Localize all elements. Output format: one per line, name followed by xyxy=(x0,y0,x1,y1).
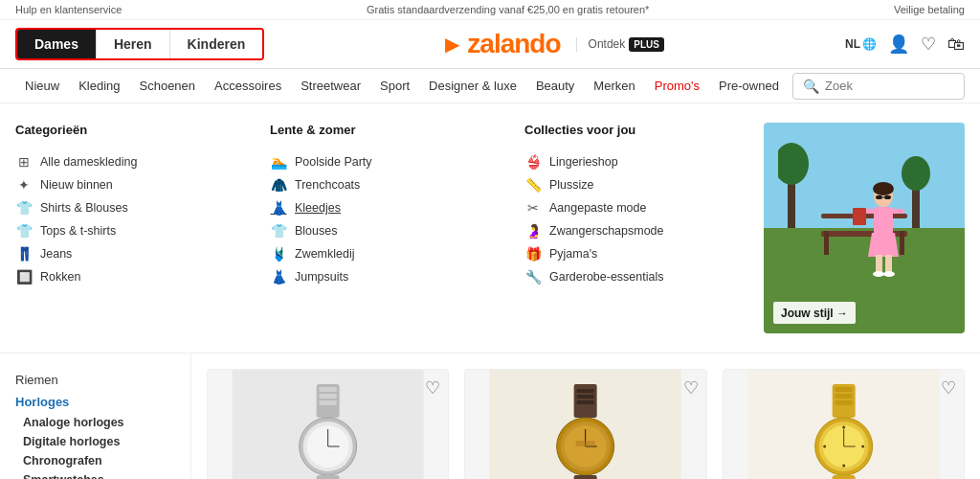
svg-rect-41 xyxy=(577,395,594,399)
svg-point-11 xyxy=(873,182,894,195)
col3-title: Collecties voor jou xyxy=(524,123,748,137)
tops-icon: 👕 xyxy=(15,223,33,239)
col3-plussize[interactable]: 📏 Plussize xyxy=(524,173,748,196)
tab-kinderen[interactable]: Kinderen xyxy=(170,30,263,58)
svg-point-63 xyxy=(842,426,845,429)
lente-zwem[interactable]: 🩱 Zwemkledij xyxy=(270,242,494,265)
logo-area: ▶ zalando xyxy=(445,29,560,59)
col3-zwanger[interactable]: 🤰 Zwangerschapsmode xyxy=(524,219,748,242)
header-icons: NL 🌐 👤 ♡ 🛍 xyxy=(845,34,965,55)
trench-icon: 🧥 xyxy=(270,177,287,193)
col3-pyjamas[interactable]: 🎁 Pyjama's xyxy=(524,242,748,265)
nav-streetwear[interactable]: Streetwear xyxy=(291,69,370,103)
sidebar: Riemen Horloges Analoge horloges Digital… xyxy=(0,354,191,479)
product-image-2 xyxy=(465,370,705,479)
nav-beauty[interactable]: Beauty xyxy=(526,69,584,103)
lente-blouses[interactable]: 👕 Blouses xyxy=(270,219,494,242)
svg-rect-17 xyxy=(876,255,882,274)
products-area: ♡ xyxy=(191,354,980,479)
ontdek-plus[interactable]: Ontdek PLUS xyxy=(576,37,664,52)
nav-preowned[interactable]: Pre-owned xyxy=(709,69,789,103)
lente-kleedjes[interactable]: 👗 Kleedjes xyxy=(270,196,494,219)
lingerie-icon: 👙 xyxy=(524,154,542,170)
cat-nieuw[interactable]: ✦ Nieuw binnen xyxy=(15,173,239,196)
svg-rect-55 xyxy=(835,387,852,392)
blouses-icon: 👕 xyxy=(270,223,287,239)
tab-heren[interactable]: Heren xyxy=(97,30,170,58)
nav-sport[interactable]: Sport xyxy=(370,69,419,103)
lente-poolside[interactable]: 🏊 Poolside Party xyxy=(270,150,494,173)
product-image-1 xyxy=(208,370,448,479)
col3-lingerie[interactable]: 👙 Lingerieshop xyxy=(524,150,748,173)
svg-rect-9 xyxy=(900,231,904,255)
nav-merken[interactable]: Merken xyxy=(584,69,644,103)
svg-rect-34 xyxy=(317,475,340,479)
wishlist-3[interactable]: ♡ xyxy=(941,377,956,399)
svg-rect-22 xyxy=(893,209,904,214)
bag-icon[interactable]: 🛍 xyxy=(947,34,965,55)
svg-rect-18 xyxy=(885,255,892,274)
nav-kleding[interactable]: Kleding xyxy=(69,69,129,103)
product-card-3[interactable]: ♡ xyxy=(723,369,965,479)
ontdek-label: Ontdek xyxy=(589,37,626,51)
search-input[interactable] xyxy=(825,79,954,93)
jumpsuits-icon: 👗 xyxy=(270,269,287,285)
svg-rect-13 xyxy=(884,195,891,199)
nav-schoenen[interactable]: Schoenen xyxy=(130,69,206,103)
svg-point-65 xyxy=(823,445,826,448)
col3-aangepaste[interactable]: ✂ Aangepaste mode xyxy=(524,196,748,219)
main-nav: Nieuw Kleding Schoenen Accessoires Stree… xyxy=(0,69,980,103)
nieuw-icon: ✦ xyxy=(15,177,33,193)
jouw-stijl-cta[interactable]: Jouw stijl → xyxy=(781,307,848,320)
sidebar-digitale[interactable]: Digitale horloges xyxy=(15,432,175,451)
nav-accessoires[interactable]: Accessoires xyxy=(205,69,291,103)
language-selector[interactable]: NL 🌐 xyxy=(845,37,877,51)
cat-rokken[interactable]: 🔲 Rokken xyxy=(15,265,239,288)
header: Dames Heren Kinderen ▶ zalando Ontdek PL… xyxy=(0,20,980,69)
logo-play-icon: ▶ xyxy=(445,33,459,56)
sidebar-riemen[interactable]: Riemen xyxy=(15,369,175,391)
product-card-1[interactable]: ♡ xyxy=(207,369,449,479)
cat-alle[interactable]: ⊞ Alle dameskleding xyxy=(15,150,239,173)
nav-nieuw[interactable]: Nieuw xyxy=(15,69,69,103)
svg-point-19 xyxy=(873,271,884,277)
search-box[interactable]: 🔍 xyxy=(792,73,965,100)
cat-jeans[interactable]: 👖 Jeans xyxy=(15,242,239,265)
logo-text[interactable]: zalando xyxy=(467,29,560,59)
sidebar-horloges[interactable]: Horloges xyxy=(15,391,175,413)
cat-shirts[interactable]: 👕 Shirts & Blouses xyxy=(15,196,239,219)
lang-label: NL xyxy=(845,37,860,51)
svg-rect-23 xyxy=(853,208,866,225)
col3-garderobe[interactable]: 🔧 Garderobe-essentials xyxy=(524,265,748,288)
plussize-icon: 📏 xyxy=(524,177,542,193)
wishlist-2[interactable]: ♡ xyxy=(683,377,699,399)
lente-jumpsuits[interactable]: 👗 Jumpsuits xyxy=(270,265,494,288)
top-bar: Hulp en klantenservice Gratis standaardv… xyxy=(0,0,980,20)
svg-rect-57 xyxy=(835,400,852,405)
svg-marker-16 xyxy=(868,233,899,257)
lente-trench[interactable]: 🧥 Trenchcoats xyxy=(270,173,494,196)
tab-dames[interactable]: Dames xyxy=(17,30,97,58)
user-icon[interactable]: 👤 xyxy=(888,34,909,55)
wishlist-1[interactable]: ♡ xyxy=(425,377,440,399)
svg-rect-27 xyxy=(320,394,337,399)
plus-badge: PLUS xyxy=(629,37,664,52)
sidebar-analoge[interactable]: Analoge horloges xyxy=(15,413,175,432)
svg-rect-42 xyxy=(577,400,594,404)
kleedjes-icon: 👗 xyxy=(270,200,287,216)
product-card-2[interactable]: ♡ xyxy=(464,369,706,479)
svg-rect-40 xyxy=(577,389,594,393)
cat-tops[interactable]: 👕 Tops & t-shirts xyxy=(15,219,239,242)
wishlist-icon[interactable]: ♡ xyxy=(921,34,936,55)
dropdown-col-collecties: Collecties voor jou 👙 Lingerieshop 📏 Plu… xyxy=(509,123,764,333)
aangepaste-icon: ✂ xyxy=(524,200,542,216)
dropdown-promo-image[interactable]: Jouw stijl → xyxy=(764,123,965,333)
alle-icon: ⊞ xyxy=(15,154,33,170)
nav-promos[interactable]: Promo's xyxy=(645,69,709,103)
svg-rect-67 xyxy=(832,475,855,479)
sidebar-chrono[interactable]: Chronografen xyxy=(15,451,175,470)
sidebar-smart[interactable]: Smartwatches xyxy=(15,470,175,479)
nav-designer[interactable]: Designer & luxe xyxy=(419,69,526,103)
rokken-icon: 🔲 xyxy=(15,269,33,285)
jeans-icon: 👖 xyxy=(15,246,33,262)
